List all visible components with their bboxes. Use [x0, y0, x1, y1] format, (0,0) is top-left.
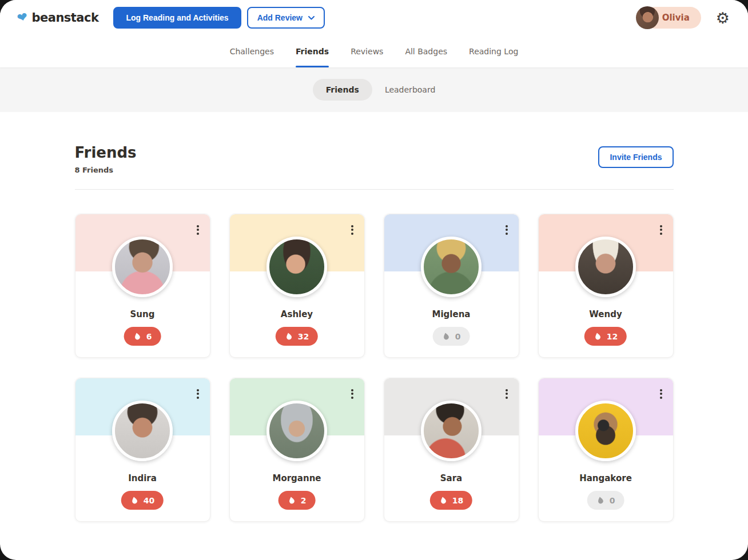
friend-avatar	[421, 401, 482, 461]
streak-badge: 0	[433, 327, 470, 346]
friend-name: Wendy	[539, 309, 673, 319]
tab-friends[interactable]: Friends	[296, 35, 329, 67]
friend-name: Hangakore	[539, 473, 673, 483]
friend-avatar	[575, 401, 636, 461]
friend-avatar	[266, 401, 327, 461]
main-nav: Challenges Friends Reviews All Badges Re…	[0, 35, 748, 67]
friend-avatar	[421, 237, 482, 297]
streak-badge: 32	[276, 327, 318, 346]
tab-all-badges[interactable]: All Badges	[405, 35, 447, 67]
streak-count: 0	[455, 332, 461, 341]
tab-challenges[interactable]: Challenges	[230, 35, 274, 67]
friend-card: Wendy 12	[538, 214, 674, 358]
friends-grid: Sung 6 Ashley 32 Miglena	[75, 214, 674, 545]
friend-avatar	[575, 237, 636, 297]
friends-subnav: Friends Leaderboard	[0, 67, 748, 112]
streak-badge: 12	[584, 327, 627, 346]
settings-gear-icon[interactable]: ⚙	[716, 10, 730, 26]
kebab-menu-icon[interactable]	[502, 222, 511, 238]
subnav-friends[interactable]: Friends	[313, 79, 372, 101]
tab-reading-log[interactable]: Reading Log	[469, 35, 518, 67]
streak-count: 40	[144, 496, 154, 505]
add-review-label: Add Review	[257, 13, 303, 22]
friend-card: Hangakore 0	[538, 378, 674, 522]
divider	[75, 189, 674, 190]
top-bar: ❤ beanstack Log Reading and Activities A…	[0, 0, 748, 35]
streak-badge: 18	[430, 491, 472, 510]
friend-avatar	[112, 401, 173, 461]
streak-count: 12	[607, 332, 618, 341]
flame-icon	[596, 496, 605, 505]
friend-name: Ashley	[230, 309, 364, 319]
kebab-menu-icon[interactable]	[348, 386, 357, 402]
add-review-button[interactable]: Add Review	[247, 7, 325, 29]
friend-card: Miglena 0	[384, 214, 519, 358]
kebab-menu-icon[interactable]	[657, 386, 666, 402]
kebab-menu-icon[interactable]	[657, 222, 666, 238]
flame-icon	[439, 496, 448, 505]
subnav-leaderboard[interactable]: Leaderboard	[385, 85, 435, 94]
streak-count: 6	[146, 332, 152, 341]
kebab-menu-icon[interactable]	[193, 222, 202, 238]
friend-count: 8 Friends	[75, 166, 137, 174]
brand-name: beanstack	[31, 11, 98, 25]
friend-card: Ashley 32	[229, 214, 365, 358]
streak-badge: 40	[121, 491, 164, 510]
user-menu[interactable]: Olivia	[636, 6, 701, 29]
log-reading-button[interactable]: Log Reading and Activities	[113, 7, 241, 29]
invite-friends-button[interactable]: Invite Friends	[598, 146, 673, 168]
main-content: Friends 8 Friends Invite Friends Sung 6 …	[0, 112, 748, 545]
friend-name: Morganne	[230, 473, 364, 483]
streak-count: 2	[301, 496, 307, 505]
streak-badge: 2	[278, 491, 316, 510]
app-window: ❤ beanstack Log Reading and Activities A…	[0, 0, 748, 560]
friend-card: Morganne 2	[229, 378, 365, 522]
kebab-menu-icon[interactable]	[502, 386, 511, 402]
beanstack-leaf-icon: ❤	[16, 10, 29, 25]
streak-badge: 6	[124, 327, 161, 346]
streak-badge: 0	[587, 491, 624, 510]
flame-icon	[285, 332, 293, 341]
chevron-down-icon	[308, 16, 315, 20]
friend-name: Miglena	[384, 309, 519, 319]
flame-icon	[130, 496, 139, 505]
friend-name: Sung	[75, 309, 210, 319]
friend-name: Sara	[384, 473, 519, 483]
flame-icon	[133, 332, 142, 341]
friend-name: Indira	[75, 473, 210, 483]
friend-card: Indira 40	[75, 378, 210, 522]
kebab-menu-icon[interactable]	[193, 386, 202, 402]
friend-avatar	[266, 237, 327, 297]
beanstack-logo[interactable]: ❤ beanstack	[17, 11, 98, 25]
tab-reviews[interactable]: Reviews	[351, 35, 383, 67]
user-avatar	[636, 6, 659, 29]
flame-icon	[594, 332, 602, 341]
kebab-menu-icon[interactable]	[348, 222, 357, 238]
streak-count: 0	[610, 496, 615, 505]
flame-icon	[288, 496, 296, 505]
streak-count: 32	[298, 332, 309, 341]
heading-row: Friends 8 Friends Invite Friends	[75, 144, 674, 174]
flame-icon	[442, 332, 451, 341]
friend-avatar	[112, 237, 173, 297]
user-name: Olivia	[662, 13, 690, 23]
friend-card: Sara 18	[384, 378, 519, 522]
friend-card: Sung 6	[75, 214, 210, 358]
streak-count: 18	[452, 496, 463, 505]
page-title: Friends	[75, 144, 137, 161]
